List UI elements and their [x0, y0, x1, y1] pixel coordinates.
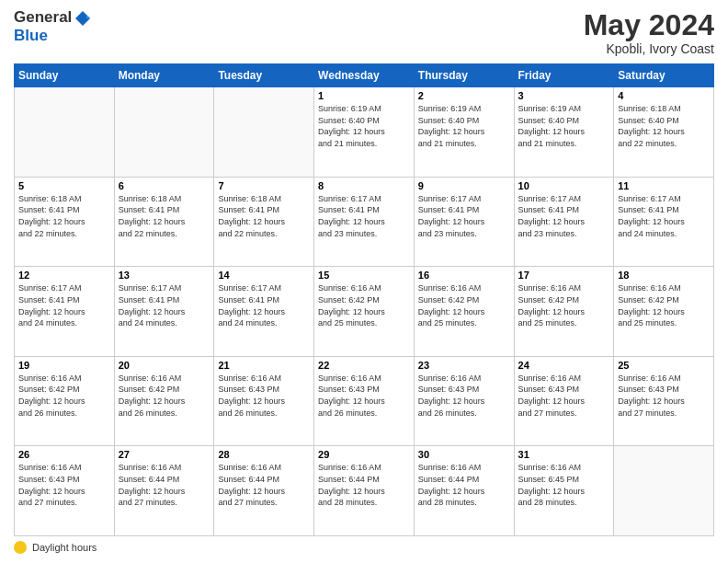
- calendar-cell: [614, 446, 714, 536]
- day-number: 5: [18, 180, 110, 191]
- day-number: 9: [418, 180, 510, 191]
- day-detail: Sunrise: 6:19 AM Sunset: 6:40 PM Dayligh…: [518, 103, 610, 149]
- day-number: 8: [318, 180, 410, 191]
- calendar-cell: 16Sunrise: 6:16 AM Sunset: 6:42 PM Dayli…: [414, 267, 514, 357]
- calendar-cell: 4Sunrise: 6:18 AM Sunset: 6:40 PM Daylig…: [614, 87, 714, 178]
- day-number: 16: [418, 270, 510, 281]
- day-number: 14: [218, 270, 310, 281]
- day-number: 26: [18, 449, 110, 460]
- day-detail: Sunrise: 6:16 AM Sunset: 6:43 PM Dayligh…: [18, 462, 110, 508]
- calendar-table: Sunday Monday Tuesday Wednesday Thursday…: [14, 63, 714, 536]
- day-number: 7: [218, 180, 310, 191]
- day-detail: Sunrise: 6:16 AM Sunset: 6:44 PM Dayligh…: [218, 462, 310, 508]
- day-detail: Sunrise: 6:16 AM Sunset: 6:42 PM Dayligh…: [18, 373, 110, 419]
- day-number: 27: [119, 449, 210, 460]
- day-number: 19: [18, 360, 110, 371]
- day-detail: Sunrise: 6:16 AM Sunset: 6:44 PM Dayligh…: [318, 462, 410, 508]
- day-detail: Sunrise: 6:16 AM Sunset: 6:42 PM Dayligh…: [618, 282, 710, 328]
- calendar-cell: 26Sunrise: 6:16 AM Sunset: 6:43 PM Dayli…: [15, 446, 115, 536]
- calendar-cell: 21Sunrise: 6:16 AM Sunset: 6:43 PM Dayli…: [214, 356, 314, 446]
- calendar-week-5: 26Sunrise: 6:16 AM Sunset: 6:43 PM Dayli…: [15, 446, 714, 536]
- location: Kpobli, Ivory Coast: [584, 41, 714, 56]
- calendar-cell: 6Sunrise: 6:18 AM Sunset: 6:41 PM Daylig…: [114, 177, 214, 267]
- day-detail: Sunrise: 6:16 AM Sunset: 6:42 PM Dayligh…: [119, 373, 210, 419]
- day-number: 1: [318, 90, 410, 101]
- day-detail: Sunrise: 6:17 AM Sunset: 6:41 PM Dayligh…: [318, 193, 410, 239]
- day-number: 24: [518, 360, 610, 371]
- day-detail: Sunrise: 6:16 AM Sunset: 6:42 PM Dayligh…: [518, 282, 610, 328]
- calendar-cell: 14Sunrise: 6:17 AM Sunset: 6:41 PM Dayli…: [214, 267, 314, 357]
- month-year: May 2024: [584, 9, 714, 41]
- title-block: May 2024 Kpobli, Ivory Coast: [584, 9, 714, 56]
- col-tuesday: Tuesday: [214, 64, 314, 87]
- col-wednesday: Wednesday: [314, 64, 415, 87]
- calendar-cell: [15, 87, 115, 178]
- day-detail: Sunrise: 6:16 AM Sunset: 6:45 PM Dayligh…: [518, 462, 610, 508]
- day-detail: Sunrise: 6:16 AM Sunset: 6:43 PM Dayligh…: [518, 373, 610, 419]
- day-detail: Sunrise: 6:17 AM Sunset: 6:41 PM Dayligh…: [119, 282, 210, 328]
- day-detail: Sunrise: 6:17 AM Sunset: 6:41 PM Dayligh…: [218, 282, 310, 328]
- calendar-cell: 17Sunrise: 6:16 AM Sunset: 6:42 PM Dayli…: [514, 267, 614, 357]
- day-detail: Sunrise: 6:16 AM Sunset: 6:43 PM Dayligh…: [218, 373, 310, 419]
- calendar-week-1: 1Sunrise: 6:19 AM Sunset: 6:40 PM Daylig…: [15, 87, 714, 178]
- calendar-cell: [114, 87, 214, 178]
- day-number: 12: [18, 270, 110, 281]
- calendar-cell: 30Sunrise: 6:16 AM Sunset: 6:44 PM Dayli…: [414, 446, 514, 536]
- footer: Daylight hours: [14, 541, 714, 554]
- calendar-cell: 28Sunrise: 6:16 AM Sunset: 6:44 PM Dayli…: [214, 446, 314, 536]
- calendar-cell: 18Sunrise: 6:16 AM Sunset: 6:42 PM Dayli…: [614, 267, 714, 357]
- calendar-cell: 24Sunrise: 6:16 AM Sunset: 6:43 PM Dayli…: [514, 356, 614, 446]
- day-number: 3: [518, 90, 610, 101]
- calendar-week-4: 19Sunrise: 6:16 AM Sunset: 6:42 PM Dayli…: [15, 356, 714, 446]
- col-monday: Monday: [114, 64, 214, 87]
- day-detail: Sunrise: 6:17 AM Sunset: 6:41 PM Dayligh…: [418, 193, 510, 239]
- day-detail: Sunrise: 6:16 AM Sunset: 6:44 PM Dayligh…: [418, 462, 510, 508]
- day-number: 21: [218, 360, 310, 371]
- day-detail: Sunrise: 6:16 AM Sunset: 6:44 PM Dayligh…: [119, 462, 210, 508]
- calendar-cell: 13Sunrise: 6:17 AM Sunset: 6:41 PM Dayli…: [114, 267, 214, 357]
- day-number: 22: [318, 360, 410, 371]
- calendar-cell: 15Sunrise: 6:16 AM Sunset: 6:42 PM Dayli…: [314, 267, 415, 357]
- calendar-header-row: Sunday Monday Tuesday Wednesday Thursday…: [15, 64, 714, 87]
- calendar-cell: 20Sunrise: 6:16 AM Sunset: 6:42 PM Dayli…: [114, 356, 214, 446]
- calendar-week-2: 5Sunrise: 6:18 AM Sunset: 6:41 PM Daylig…: [15, 177, 714, 267]
- day-detail: Sunrise: 6:17 AM Sunset: 6:41 PM Dayligh…: [618, 193, 710, 239]
- logo: General Blue: [14, 9, 92, 45]
- calendar-cell: 7Sunrise: 6:18 AM Sunset: 6:41 PM Daylig…: [214, 177, 314, 267]
- page: General Blue May 2024 Kpobli, Ivory Coas…: [0, 0, 728, 563]
- day-detail: Sunrise: 6:17 AM Sunset: 6:41 PM Dayligh…: [518, 193, 610, 239]
- day-detail: Sunrise: 6:17 AM Sunset: 6:41 PM Dayligh…: [18, 282, 110, 328]
- day-detail: Sunrise: 6:18 AM Sunset: 6:41 PM Dayligh…: [218, 193, 310, 239]
- calendar-cell: 29Sunrise: 6:16 AM Sunset: 6:44 PM Dayli…: [314, 446, 415, 536]
- calendar-cell: 3Sunrise: 6:19 AM Sunset: 6:40 PM Daylig…: [514, 87, 614, 178]
- day-number: 28: [218, 449, 310, 460]
- calendar-cell: [214, 87, 314, 178]
- day-detail: Sunrise: 6:16 AM Sunset: 6:42 PM Dayligh…: [418, 282, 510, 328]
- day-detail: Sunrise: 6:16 AM Sunset: 6:43 PM Dayligh…: [618, 373, 710, 419]
- col-sunday: Sunday: [15, 64, 115, 87]
- daylight-label: Daylight hours: [32, 542, 97, 553]
- calendar-cell: 8Sunrise: 6:17 AM Sunset: 6:41 PM Daylig…: [314, 177, 415, 267]
- day-number: 29: [318, 449, 410, 460]
- day-number: 18: [618, 270, 710, 281]
- day-number: 11: [618, 180, 710, 191]
- day-number: 13: [119, 270, 210, 281]
- calendar-cell: 22Sunrise: 6:16 AM Sunset: 6:43 PM Dayli…: [314, 356, 415, 446]
- day-number: 25: [618, 360, 710, 371]
- calendar-cell: 5Sunrise: 6:18 AM Sunset: 6:41 PM Daylig…: [15, 177, 115, 267]
- logo-general: General: [14, 9, 92, 28]
- header: General Blue May 2024 Kpobli, Ivory Coas…: [14, 9, 714, 56]
- col-friday: Friday: [514, 64, 614, 87]
- day-number: 23: [418, 360, 510, 371]
- calendar-week-3: 12Sunrise: 6:17 AM Sunset: 6:41 PM Dayli…: [15, 267, 714, 357]
- calendar-cell: 31Sunrise: 6:16 AM Sunset: 6:45 PM Dayli…: [514, 446, 614, 536]
- calendar-cell: 10Sunrise: 6:17 AM Sunset: 6:41 PM Dayli…: [514, 177, 614, 267]
- calendar-cell: 9Sunrise: 6:17 AM Sunset: 6:41 PM Daylig…: [414, 177, 514, 267]
- calendar-cell: 27Sunrise: 6:16 AM Sunset: 6:44 PM Dayli…: [114, 446, 214, 536]
- day-number: 4: [618, 90, 710, 101]
- day-number: 30: [418, 449, 510, 460]
- day-number: 31: [518, 449, 610, 460]
- day-number: 20: [119, 360, 210, 371]
- day-number: 17: [518, 270, 610, 281]
- day-detail: Sunrise: 6:18 AM Sunset: 6:41 PM Dayligh…: [18, 193, 110, 239]
